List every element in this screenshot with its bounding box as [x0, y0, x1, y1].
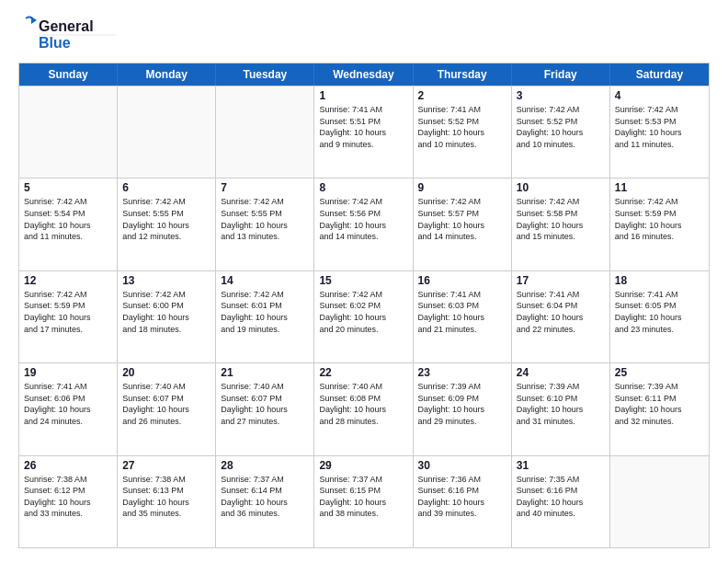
- day-number: 22: [319, 366, 407, 379]
- day-info: Sunrise: 7:37 AM Sunset: 6:14 PM Dayligh…: [221, 474, 309, 520]
- day-number: 18: [615, 274, 704, 287]
- weekday-header-tuesday: Tuesday: [216, 63, 314, 86]
- calendar-cell: 9Sunrise: 7:42 AM Sunset: 5:57 PM Daylig…: [414, 178, 512, 270]
- calendar-row-4: 26Sunrise: 7:38 AM Sunset: 6:12 PM Dayli…: [19, 455, 709, 547]
- day-info: Sunrise: 7:42 AM Sunset: 5:53 PM Dayligh…: [615, 104, 704, 150]
- day-number: 20: [122, 366, 210, 379]
- day-number: 7: [221, 181, 309, 194]
- day-number: 8: [319, 181, 407, 194]
- day-number: 27: [122, 459, 210, 472]
- calendar-cell: 13Sunrise: 7:42 AM Sunset: 6:00 PM Dayli…: [118, 271, 216, 362]
- calendar-cell: 6Sunrise: 7:42 AM Sunset: 5:55 PM Daylig…: [118, 178, 216, 270]
- day-info: Sunrise: 7:38 AM Sunset: 6:12 PM Dayligh…: [24, 474, 112, 520]
- weekday-header-friday: Friday: [512, 63, 610, 86]
- weekday-header-wednesday: Wednesday: [314, 63, 413, 86]
- day-info: Sunrise: 7:35 AM Sunset: 6:16 PM Dayligh…: [517, 474, 605, 520]
- day-info: Sunrise: 7:42 AM Sunset: 5:52 PM Dayligh…: [517, 104, 605, 150]
- calendar-row-0: 1Sunrise: 7:41 AM Sunset: 5:51 PM Daylig…: [19, 86, 709, 178]
- day-number: 6: [122, 181, 210, 194]
- day-info: Sunrise: 7:42 AM Sunset: 6:00 PM Dayligh…: [122, 289, 210, 335]
- calendar-cell: 8Sunrise: 7:42 AM Sunset: 5:56 PM Daylig…: [314, 178, 413, 270]
- day-number: 15: [319, 274, 407, 287]
- day-info: Sunrise: 7:41 AM Sunset: 6:06 PM Dayligh…: [24, 381, 112, 427]
- day-info: Sunrise: 7:41 AM Sunset: 6:05 PM Dayligh…: [615, 289, 704, 335]
- calendar-cell: 5Sunrise: 7:42 AM Sunset: 5:54 PM Daylig…: [19, 178, 118, 270]
- weekday-header-thursday: Thursday: [414, 63, 512, 86]
- calendar-row-1: 5Sunrise: 7:42 AM Sunset: 5:54 PM Daylig…: [19, 178, 709, 270]
- calendar-cell: 25Sunrise: 7:39 AM Sunset: 6:11 PM Dayli…: [610, 363, 709, 454]
- day-info: Sunrise: 7:41 AM Sunset: 6:03 PM Dayligh…: [418, 289, 506, 335]
- calendar-cell: [118, 86, 216, 178]
- day-info: Sunrise: 7:41 AM Sunset: 5:51 PM Dayligh…: [319, 104, 407, 150]
- calendar-cell: 10Sunrise: 7:42 AM Sunset: 5:58 PM Dayli…: [512, 178, 610, 270]
- day-info: Sunrise: 7:42 AM Sunset: 5:55 PM Dayligh…: [122, 196, 210, 242]
- calendar-cell: [610, 456, 709, 547]
- calendar-body: 1Sunrise: 7:41 AM Sunset: 5:51 PM Daylig…: [19, 86, 709, 547]
- calendar-cell: 31Sunrise: 7:35 AM Sunset: 6:16 PM Dayli…: [512, 456, 610, 547]
- day-info: Sunrise: 7:42 AM Sunset: 5:57 PM Dayligh…: [418, 196, 506, 242]
- calendar-cell: 16Sunrise: 7:41 AM Sunset: 6:03 PM Dayli…: [414, 271, 512, 362]
- calendar-cell: 19Sunrise: 7:41 AM Sunset: 6:06 PM Dayli…: [19, 363, 118, 454]
- day-info: Sunrise: 7:42 AM Sunset: 5:56 PM Dayligh…: [319, 196, 407, 242]
- page: General Blue SundayMondayTuesdayWednesda…: [0, 0, 728, 563]
- calendar: SundayMondayTuesdayWednesdayThursdayFrid…: [18, 63, 710, 548]
- svg-text:Blue: Blue: [39, 35, 71, 51]
- day-info: Sunrise: 7:41 AM Sunset: 5:52 PM Dayligh…: [418, 104, 506, 150]
- day-number: 9: [418, 181, 506, 194]
- day-info: Sunrise: 7:40 AM Sunset: 6:08 PM Dayligh…: [319, 381, 407, 427]
- day-info: Sunrise: 7:41 AM Sunset: 6:04 PM Dayligh…: [517, 289, 605, 335]
- svg-marker-1: [31, 17, 37, 24]
- day-number: 2: [418, 89, 506, 102]
- day-info: Sunrise: 7:42 AM Sunset: 6:01 PM Dayligh…: [221, 289, 309, 335]
- calendar-cell: 14Sunrise: 7:42 AM Sunset: 6:01 PM Dayli…: [216, 271, 314, 362]
- calendar-cell: 20Sunrise: 7:40 AM Sunset: 6:07 PM Dayli…: [118, 363, 216, 454]
- calendar-cell: 23Sunrise: 7:39 AM Sunset: 6:09 PM Dayli…: [414, 363, 512, 454]
- day-info: Sunrise: 7:42 AM Sunset: 5:59 PM Dayligh…: [615, 196, 704, 242]
- day-number: 12: [24, 274, 112, 287]
- calendar-cell: [19, 86, 118, 178]
- calendar-row-3: 19Sunrise: 7:41 AM Sunset: 6:06 PM Dayli…: [19, 362, 709, 454]
- day-info: Sunrise: 7:40 AM Sunset: 6:07 PM Dayligh…: [122, 381, 210, 427]
- calendar-cell: 18Sunrise: 7:41 AM Sunset: 6:05 PM Dayli…: [610, 271, 709, 362]
- day-info: Sunrise: 7:42 AM Sunset: 5:54 PM Dayligh…: [24, 196, 112, 242]
- day-number: 19: [24, 366, 112, 379]
- day-number: 10: [517, 181, 605, 194]
- day-info: Sunrise: 7:40 AM Sunset: 6:07 PM Dayligh…: [221, 381, 309, 427]
- day-number: 5: [24, 181, 112, 194]
- calendar-cell: 30Sunrise: 7:36 AM Sunset: 6:16 PM Dayli…: [414, 456, 512, 547]
- calendar-cell: 11Sunrise: 7:42 AM Sunset: 5:59 PM Dayli…: [610, 178, 709, 270]
- svg-text:General: General: [39, 18, 94, 34]
- day-info: Sunrise: 7:38 AM Sunset: 6:13 PM Dayligh…: [122, 474, 210, 520]
- calendar-cell: 21Sunrise: 7:40 AM Sunset: 6:07 PM Dayli…: [216, 363, 314, 454]
- day-number: 11: [615, 181, 704, 194]
- calendar-cell: 15Sunrise: 7:42 AM Sunset: 6:02 PM Dayli…: [314, 271, 413, 362]
- calendar-cell: 28Sunrise: 7:37 AM Sunset: 6:14 PM Dayli…: [216, 456, 314, 547]
- calendar-cell: [216, 86, 314, 178]
- calendar-cell: 1Sunrise: 7:41 AM Sunset: 5:51 PM Daylig…: [314, 86, 413, 178]
- calendar-cell: 7Sunrise: 7:42 AM Sunset: 5:55 PM Daylig…: [216, 178, 314, 270]
- calendar-cell: 26Sunrise: 7:38 AM Sunset: 6:12 PM Dayli…: [19, 456, 118, 547]
- logo: General Blue: [18, 15, 119, 53]
- day-info: Sunrise: 7:39 AM Sunset: 6:10 PM Dayligh…: [517, 381, 605, 427]
- day-number: 21: [221, 366, 309, 379]
- calendar-row-2: 12Sunrise: 7:42 AM Sunset: 5:59 PM Dayli…: [19, 270, 709, 362]
- day-number: 3: [517, 89, 605, 102]
- day-number: 30: [418, 459, 506, 472]
- day-number: 4: [615, 89, 704, 102]
- calendar-cell: 12Sunrise: 7:42 AM Sunset: 5:59 PM Dayli…: [19, 271, 118, 362]
- logo-svg: General Blue: [18, 15, 119, 53]
- weekday-header-sunday: Sunday: [19, 63, 118, 86]
- weekday-header-saturday: Saturday: [610, 63, 709, 86]
- day-info: Sunrise: 7:37 AM Sunset: 6:15 PM Dayligh…: [319, 474, 407, 520]
- day-number: 23: [418, 366, 506, 379]
- calendar-cell: 4Sunrise: 7:42 AM Sunset: 5:53 PM Daylig…: [610, 86, 709, 178]
- day-number: 14: [221, 274, 309, 287]
- day-number: 24: [517, 366, 605, 379]
- day-info: Sunrise: 7:42 AM Sunset: 5:58 PM Dayligh…: [517, 196, 605, 242]
- day-number: 1: [319, 89, 407, 102]
- calendar-cell: 24Sunrise: 7:39 AM Sunset: 6:10 PM Dayli…: [512, 363, 610, 454]
- day-info: Sunrise: 7:39 AM Sunset: 6:11 PM Dayligh…: [615, 381, 704, 427]
- weekday-header-monday: Monday: [118, 63, 216, 86]
- day-number: 25: [615, 366, 704, 379]
- day-number: 17: [517, 274, 605, 287]
